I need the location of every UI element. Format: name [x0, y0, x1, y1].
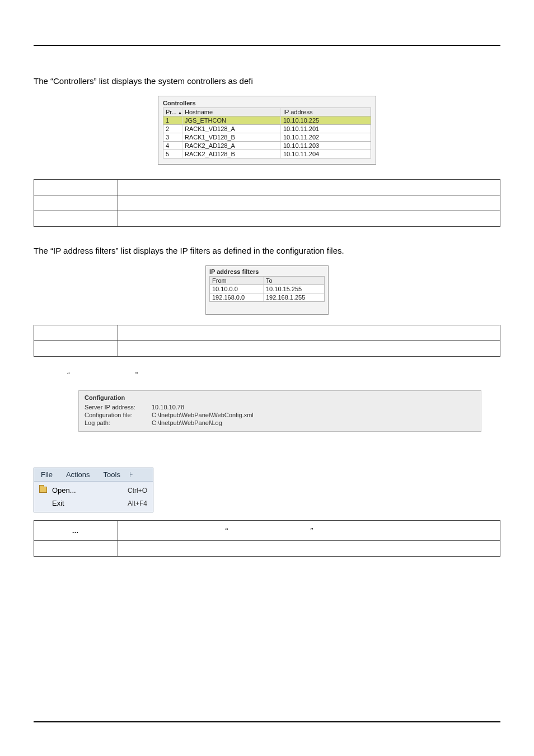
- controllers-row[interactable]: 2 RACK1_VD128_A 10.10.11.201: [163, 125, 371, 133]
- menu-tools[interactable]: Tools: [97, 468, 127, 481]
- file-menu-dropdown: Open... Ctrl+O Exit Alt+F4: [34, 482, 153, 512]
- config-server-ip-value: 10.10.10.78: [152, 404, 184, 410]
- controllers-cell-pr: 3: [163, 133, 182, 141]
- filters-header-from[interactable]: From: [210, 277, 264, 284]
- open-quote-icon: “: [67, 371, 70, 377]
- menu-item-exit-shortcut: Alt+F4: [128, 500, 147, 507]
- controllers-cell-hostname: RACK2_AD128_B: [182, 150, 281, 158]
- controllers-cell-pr: 4: [163, 142, 182, 150]
- controllers-row[interactable]: 5 RACK2_AD128_B 10.10.11.204: [163, 150, 371, 158]
- menu-item-exit-label: Exit: [49, 499, 128, 507]
- table-row: [34, 341, 500, 357]
- ip-filters-panel: IP address filters From To 10.10.0.0 10.…: [205, 265, 329, 315]
- table-row: [34, 180, 500, 195]
- menubar: File Actions Tools ⊦: [34, 468, 153, 482]
- controllers-panel-title: Controllers: [163, 100, 371, 106]
- controllers-cell-ip: 10.10.11.203: [281, 142, 371, 150]
- filters-desc-table: [34, 325, 500, 357]
- config-logpath-value: C:\Inetpub\WebPanel\Log: [152, 419, 222, 426]
- filters-row[interactable]: 192.168.0.0 192.168.1.255: [209, 293, 325, 302]
- filters-header-to[interactable]: To: [264, 277, 324, 284]
- controllers-cell-pr: 1: [163, 116, 182, 124]
- open-quote-icon: “: [225, 526, 228, 534]
- menu-actions[interactable]: Actions: [59, 468, 97, 481]
- filters-cell-to: 10.10.15.255: [264, 285, 324, 293]
- filters-row[interactable]: 10.10.0.0 10.10.15.255: [209, 285, 325, 293]
- filters-header-row[interactable]: From To: [209, 276, 325, 285]
- menu-more-icon: ⊦: [127, 468, 135, 481]
- controllers-panel: Controllers Pr...▲ Hostname IP address 1…: [158, 96, 376, 165]
- table-row: [34, 541, 500, 557]
- menu-file[interactable]: File: [34, 468, 59, 481]
- file-menu: File Actions Tools ⊦ Open... Ctrl+O Exit…: [34, 468, 153, 512]
- ip-filters-title: IP address filters: [209, 268, 325, 275]
- filters-cell-to: 192.168.1.255: [264, 293, 324, 301]
- controllers-row[interactable]: 3 RACK1_VD128_B 10.10.11.202: [163, 133, 371, 142]
- controllers-header-row[interactable]: Pr...▲ Hostname IP address: [163, 108, 371, 116]
- close-quote-icon: ”: [310, 526, 313, 534]
- controllers-cell-hostname: JGS_ETHCON: [182, 116, 281, 124]
- controllers-cell-hostname: RACK1_VD128_B: [182, 133, 281, 141]
- controllers-row[interactable]: 4 RACK2_AD128_A 10.10.11.203: [163, 142, 371, 150]
- ellipsis-icon: …: [72, 527, 80, 535]
- menu-item-exit[interactable]: Exit Alt+F4: [34, 497, 153, 510]
- config-file-value: C:\Inetpub\WebPanel\WebConfig.xml: [152, 412, 254, 418]
- table-row: [34, 195, 500, 211]
- table-row: … “ ”: [34, 521, 500, 541]
- controllers-cell-hostname: RACK1_VD128_A: [182, 125, 281, 133]
- menu-item-open-shortcut: Ctrl+O: [128, 487, 147, 494]
- config-logpath-label: Log path:: [85, 419, 152, 426]
- menu-item-open[interactable]: Open... Ctrl+O: [34, 484, 153, 497]
- folder-open-icon: [38, 486, 49, 494]
- close-quote-icon: ”: [135, 371, 138, 377]
- table-row: [34, 325, 500, 341]
- top-rule: [34, 45, 500, 46]
- config-file-label: Configuration file:: [85, 412, 152, 418]
- controllers-cell-ip: 10.10.10.225: [281, 116, 371, 124]
- configuration-panel: Configuration Server IP address: 10.10.1…: [78, 390, 481, 432]
- controllers-intro-text: The “Controllers” list displays the syst…: [34, 76, 500, 86]
- config-logpath-row: Log path: C:\Inetpub\WebPanel\Log: [85, 419, 475, 427]
- filters-cell-from: 192.168.0.0: [210, 293, 264, 301]
- controllers-row[interactable]: 1 JGS_ETHCON 10.10.10.225: [163, 116, 371, 125]
- config-file-row: Configuration file: C:\Inetpub\WebPanel\…: [85, 411, 475, 419]
- controllers-cell-pr: 2: [163, 125, 182, 133]
- filters-intro-text: The “IP address filters” list displays t…: [34, 246, 500, 255]
- sort-asc-icon: ▲: [178, 110, 182, 115]
- controllers-cell-pr: 5: [163, 150, 182, 158]
- controllers-cell-ip: 10.10.11.201: [281, 125, 371, 133]
- controllers-desc-table: [34, 179, 500, 227]
- file-menu-desc-table: … “ ”: [34, 520, 500, 557]
- config-server-ip-row: Server IP address: 10.10.10.78: [85, 403, 475, 411]
- controllers-header-priority[interactable]: Pr...▲: [163, 108, 182, 116]
- menu-item-open-label: Open...: [49, 486, 128, 494]
- table-row: [34, 211, 500, 227]
- controllers-cell-hostname: RACK2_AD128_A: [182, 142, 281, 150]
- configuration-title: Configuration: [85, 394, 475, 401]
- stray-quote-line: “ ”: [67, 370, 500, 378]
- controllers-cell-ip: 10.10.11.204: [281, 150, 371, 158]
- config-server-ip-label: Server IP address:: [85, 404, 152, 410]
- bottom-rule: [34, 721, 500, 722]
- controllers-cell-ip: 10.10.11.202: [281, 133, 371, 141]
- controllers-header-pr-label: Pr...: [166, 109, 177, 115]
- controllers-header-ip[interactable]: IP address: [281, 108, 371, 116]
- filters-cell-from: 10.10.0.0: [210, 285, 264, 293]
- controllers-header-hostname[interactable]: Hostname: [182, 108, 281, 116]
